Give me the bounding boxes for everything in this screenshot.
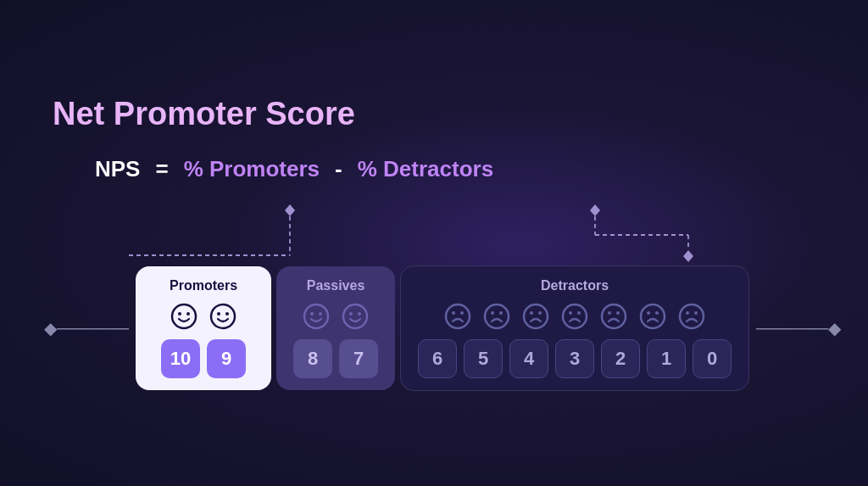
svg-point-26 (524, 304, 548, 328)
svg-point-38 (680, 304, 704, 328)
svg-point-39 (686, 311, 689, 315)
detractor-score-1: 1 (647, 339, 686, 378)
detractor-face-5 (598, 300, 630, 332)
svg-point-21 (452, 311, 455, 315)
svg-marker-3 (590, 204, 600, 216)
svg-point-15 (310, 312, 314, 316)
svg-point-22 (460, 311, 464, 315)
passives-faces (300, 300, 371, 332)
svg-point-8 (172, 304, 196, 328)
promoter-score-9: 9 (207, 339, 246, 378)
svg-point-23 (485, 304, 509, 328)
svg-point-24 (491, 311, 494, 315)
detractor-score-6: 6 (418, 339, 457, 378)
detractor-score-2: 2 (601, 339, 640, 378)
diagram-area (44, 198, 824, 265)
promoter-score-10: 10 (161, 339, 200, 378)
detractor-face-2 (481, 300, 513, 332)
svg-point-27 (530, 311, 533, 315)
svg-point-14 (304, 304, 328, 328)
svg-marker-0 (285, 204, 295, 216)
detractor-score-5: 5 (464, 339, 503, 378)
promoter-face-2 (207, 300, 239, 332)
passives-card: Passives (276, 266, 395, 390)
svg-point-20 (446, 304, 470, 328)
svg-point-19 (358, 312, 361, 316)
promoters-numbers: 10 9 (161, 339, 246, 378)
right-arrow: ──────◆ (756, 318, 841, 338)
detractor-face-3 (520, 300, 552, 332)
svg-point-17 (343, 304, 367, 328)
svg-point-13 (225, 312, 229, 316)
svg-point-9 (178, 312, 181, 316)
svg-point-28 (538, 311, 542, 315)
formula-detractors-label: % Detractors (358, 156, 493, 182)
detractor-face-7 (676, 300, 708, 332)
passive-face-1 (300, 300, 332, 332)
detractors-faces (442, 300, 708, 332)
detractors-card: Detractors (400, 265, 749, 391)
svg-point-37 (655, 311, 659, 315)
svg-point-35 (641, 304, 665, 328)
detractor-score-4: 4 (509, 339, 548, 378)
cards-row: ◆────── Promoters (44, 265, 824, 391)
promoters-faces (168, 300, 239, 332)
detractors-numbers: 6 5 4 3 2 1 0 (418, 339, 732, 378)
detractor-face-1 (442, 300, 474, 332)
formula-equals: = (155, 156, 168, 182)
svg-point-16 (319, 312, 322, 316)
passive-face-2 (339, 300, 371, 332)
detractor-score-3: 3 (555, 339, 594, 378)
formula-promoters-label: % Promoters (184, 156, 320, 182)
promoter-face-1 (168, 300, 200, 332)
passives-card-title: Passives (307, 278, 365, 293)
svg-point-25 (499, 311, 503, 315)
svg-point-32 (602, 304, 626, 328)
passive-score-7: 7 (339, 339, 378, 378)
passive-score-8: 8 (293, 339, 332, 378)
detractors-card-title: Detractors (541, 278, 609, 293)
svg-point-10 (186, 312, 190, 316)
detractor-score-0: 0 (693, 339, 732, 378)
svg-point-29 (563, 304, 587, 328)
svg-point-18 (349, 312, 353, 316)
passives-numbers: 8 7 (293, 339, 378, 378)
svg-point-40 (694, 311, 698, 315)
promoters-card-title: Promoters (170, 278, 237, 293)
svg-point-31 (577, 311, 581, 315)
detractor-face-4 (559, 300, 591, 332)
detractor-face-6 (637, 300, 669, 332)
svg-point-33 (608, 311, 611, 315)
formula-nps: NPS (95, 156, 140, 182)
connector-lines (44, 198, 824, 265)
svg-point-36 (647, 311, 650, 315)
page-title: Net Promoter Score (44, 96, 824, 132)
svg-point-12 (217, 312, 220, 316)
svg-point-34 (616, 311, 620, 315)
formula-row: NPS = % Promoters - % Detractors (44, 156, 824, 182)
svg-point-11 (211, 304, 235, 328)
svg-marker-7 (683, 250, 693, 262)
svg-point-30 (569, 311, 572, 315)
promoters-card: Promoters (136, 266, 271, 390)
main-container: Net Promoter Score NPS = % Promoters - %… (44, 96, 824, 391)
formula-minus: - (335, 156, 342, 182)
left-arrow: ◆────── (44, 318, 129, 338)
